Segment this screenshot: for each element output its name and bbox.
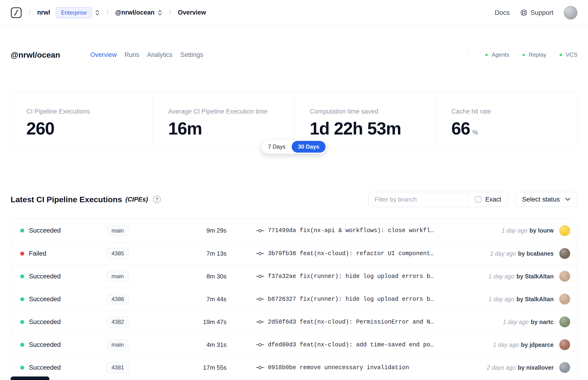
branch-badge: main [107, 225, 129, 236]
branch-cell: 4382 [107, 317, 177, 327]
cipe-status: Succeeded [29, 341, 107, 348]
tab-runs[interactable]: Runs [124, 51, 139, 58]
chevron-updown-icon [95, 9, 100, 17]
support-link[interactable]: Support [520, 9, 553, 17]
green-dot-icon [522, 54, 525, 56]
status-label: Agents [492, 52, 509, 58]
commit-message: 2d58f6d3 feat(nx-cloud): PermissionError… [268, 319, 498, 325]
branch-filter-input[interactable] [369, 192, 469, 207]
exact-checkbox[interactable] [475, 196, 481, 203]
breadcrumb-org[interactable]: nrwl [37, 9, 50, 16]
cipe-row[interactable]: Succeeded 4386 7m 44s b8726327 fix(runne… [11, 287, 577, 310]
git-commit-icon [256, 228, 264, 234]
cipe-meta: 1 day ago by nartc [503, 319, 554, 325]
branch-cell: 4381 [107, 362, 177, 373]
cipe-meta: 1 day ago by jdpearce [493, 342, 554, 348]
avatar [559, 339, 570, 350]
cipe-time: 1 day ago [489, 273, 514, 280]
branch-badge: main [107, 271, 129, 282]
branch-badge: 4381 [107, 362, 129, 373]
cipe-row[interactable]: Failed 4385 7m 13s 3b79fb38 feat(nx-clou… [11, 242, 577, 265]
stat-number: 66 [451, 118, 470, 138]
cipe-time: 2 days ago [487, 364, 515, 371]
branch-cell: 4385 [107, 248, 177, 259]
cipe-meta: 1 day ago by StalkAltan [489, 273, 554, 280]
help-icon[interactable]: ? [153, 196, 161, 203]
cipe-time: 1 day ago [493, 342, 519, 348]
lifebuoy-icon [520, 9, 528, 17]
workspace-tabs: Overview Runs Analytics Settings [90, 51, 203, 58]
topbar-right: Docs Support [495, 6, 577, 19]
stat-value: 260 [26, 118, 152, 138]
stats-cards: CI Pipeline Executions 260 Average CI Pi… [11, 91, 577, 147]
stat-value: 16m [168, 118, 294, 138]
status-link-vcs[interactable]: VCS [560, 52, 577, 58]
cipe-table: Succeeded main 9m 29s 771499da fix(nx-ap… [11, 219, 577, 379]
cipe-row[interactable]: Succeeded 4382 19m 47s 2d58f6d3 feat(nx-… [11, 310, 577, 333]
stat-card-time-saved: Computation time saved 1d 22h 53m [294, 92, 436, 147]
git-commit-icon [256, 364, 264, 371]
status-select-dropdown[interactable]: Select status [515, 192, 577, 207]
cipe-author: by nartc [531, 319, 554, 325]
range-30-days-button[interactable]: 30 Days [292, 141, 326, 152]
topbar: / nrwl Enterprise / @nrwl/ocean / Overvi… [0, 0, 588, 25]
cipe-status: Failed [29, 250, 107, 257]
cipe-meta: 2 days ago by nixallover [487, 364, 554, 371]
git-commit-icon [256, 250, 264, 257]
git-commit-icon [256, 342, 264, 348]
cipe-status: Succeeded [29, 364, 107, 371]
cipe-author: by lourw [530, 227, 554, 234]
git-commit-icon [256, 319, 264, 325]
cipe-duration: 9m 29s [177, 227, 227, 234]
cipe-author: by jdpearce [521, 342, 554, 348]
cipe-row[interactable]: Succeeded main 8m 30s f37a32ae fix(runne… [11, 265, 577, 287]
commit-message: 771499da fix(nx-api & workflows): close … [268, 227, 497, 234]
vertical-divider [468, 49, 468, 60]
chevron-down-icon [565, 197, 570, 201]
status-select-label: Select status [522, 196, 560, 203]
cipe-meta: 1 day ago by StalkAltan [489, 296, 554, 303]
user-avatar[interactable] [564, 6, 577, 19]
cipe-row[interactable]: Succeeded 4381 17m 55s 0918b0be remove u… [11, 356, 577, 379]
cipes-subtitle: (CIPEs) [125, 196, 148, 203]
nx-cloud-logo-icon[interactable] [11, 7, 22, 18]
status-label: Replay [529, 52, 546, 58]
avatar [559, 317, 570, 327]
stat-label: CI Pipeline Executions [26, 108, 152, 115]
branch-badge: main [107, 339, 129, 350]
exact-toggle: Exact [469, 192, 507, 207]
date-range-toggle: 7 Days 30 Days [261, 140, 327, 154]
status-link-agents[interactable]: Agents [485, 52, 509, 58]
commit-message: 3b79fb38 feat(nx-cloud): refactor UI com… [268, 250, 485, 257]
tab-analytics[interactable]: Analytics [147, 51, 172, 58]
scrollbar-thumb[interactable] [11, 377, 49, 380]
tab-overview[interactable]: Overview [90, 51, 117, 58]
avatar [559, 362, 570, 373]
avatar [559, 225, 570, 236]
tab-settings[interactable]: Settings [180, 51, 203, 58]
status-dot [20, 343, 24, 347]
support-label: Support [530, 9, 553, 17]
exact-label: Exact [485, 196, 501, 203]
chevron-updown-icon [157, 9, 163, 17]
status-link-replay[interactable]: Replay [522, 52, 546, 58]
branch-badge: 4385 [107, 248, 129, 259]
stat-card-executions: CI Pipeline Executions 260 [11, 92, 152, 147]
enterprise-badge[interactable]: Enterprise [56, 7, 92, 18]
workspace-title: @nrwl/ocean [11, 50, 60, 59]
cipe-duration: 19m 47s [177, 318, 227, 326]
breadcrumb-workspace[interactable]: @nrwl/ocean [115, 9, 154, 16]
cipe-row[interactable]: Succeeded main 4m 31s dfed80d3 feat(nx-c… [11, 333, 577, 356]
commit-message: dfed80d3 feat(nx-cloud): add time-saved … [268, 342, 488, 348]
cipe-duration: 4m 31s [177, 341, 227, 348]
docs-link[interactable]: Docs [495, 9, 510, 17]
branch-cell: main [107, 339, 177, 350]
cipe-row[interactable]: Succeeded main 9m 29s 771499da fix(nx-ap… [11, 219, 577, 242]
branch-cell: 4386 [107, 294, 177, 304]
avatar [559, 248, 570, 259]
stat-value: 66 % [451, 118, 577, 138]
org-selector-button[interactable] [92, 9, 100, 17]
cipe-author: by StalkAltan [516, 273, 554, 280]
range-7-days-button[interactable]: 7 Days [262, 141, 291, 152]
workspace-selector-button[interactable] [154, 9, 163, 17]
